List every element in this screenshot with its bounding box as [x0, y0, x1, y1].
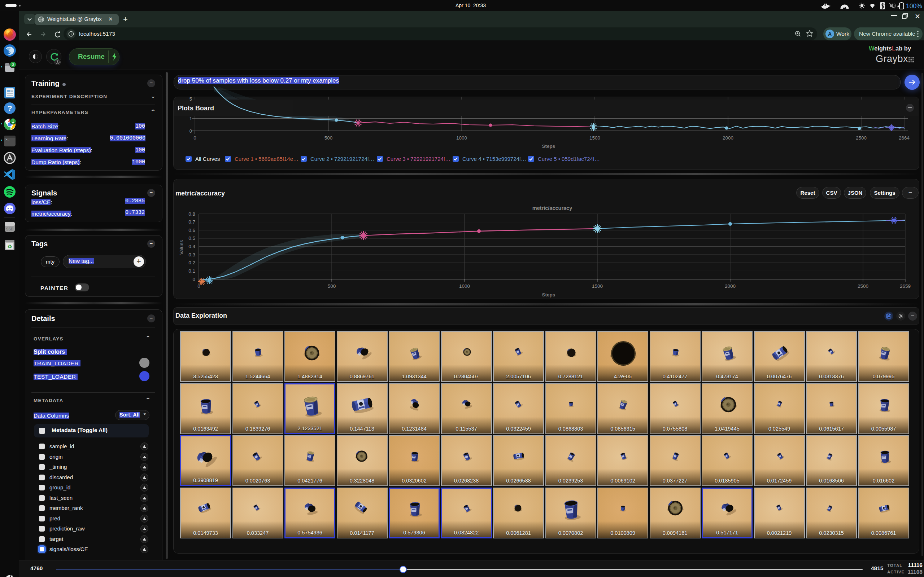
svg-text:0.8: 0.8: [188, 211, 195, 217]
svg-text:1500: 1500: [592, 284, 603, 289]
svg-text:0.6: 0.6: [188, 227, 195, 233]
svg-text:0: 0: [197, 284, 200, 289]
svg-text:0.1: 0.1: [188, 268, 195, 274]
svg-text:1000: 1000: [459, 284, 470, 289]
svg-text:Plots Board: Plots Board: [178, 105, 214, 112]
svg-text:500: 500: [325, 135, 333, 141]
svg-text:0: 0: [194, 135, 196, 141]
svg-text:0.5: 0.5: [188, 235, 195, 241]
svg-text:500: 500: [328, 284, 336, 289]
svg-text:2664: 2664: [899, 135, 910, 141]
svg-text:0: 0: [189, 128, 192, 134]
svg-text:♻: ♻: [7, 243, 12, 250]
svg-text:3: 3: [12, 62, 15, 67]
svg-text:1500: 1500: [590, 135, 600, 141]
svg-text:2500: 2500: [858, 284, 868, 289]
svg-text:0: 0: [192, 277, 195, 282]
svg-text:2000: 2000: [725, 284, 736, 289]
svg-text:2659: 2659: [900, 284, 911, 289]
svg-text:Values: Values: [179, 240, 184, 255]
svg-text:1: 1: [12, 119, 15, 124]
svg-text:1: 1: [189, 116, 192, 121]
svg-text:metric/accuracy: metric/accuracy: [532, 205, 572, 211]
svg-text:2000: 2000: [723, 135, 733, 141]
svg-text:100%: 100%: [906, 3, 922, 10]
svg-text:5: 5: [189, 96, 192, 102]
svg-text:?: ?: [7, 104, 12, 113]
svg-text:2500: 2500: [856, 135, 867, 141]
svg-text:0.3: 0.3: [188, 252, 195, 258]
svg-text:0.7: 0.7: [188, 219, 195, 225]
svg-text:SSD: SSD: [6, 227, 14, 231]
svg-text:>_: >_: [5, 138, 10, 142]
svg-text:0.4: 0.4: [188, 244, 195, 249]
svg-text:0.2: 0.2: [188, 260, 195, 266]
svg-text:1000: 1000: [456, 135, 467, 141]
svg-text:Steps: Steps: [542, 292, 556, 298]
svg-text:Steps: Steps: [542, 143, 556, 149]
